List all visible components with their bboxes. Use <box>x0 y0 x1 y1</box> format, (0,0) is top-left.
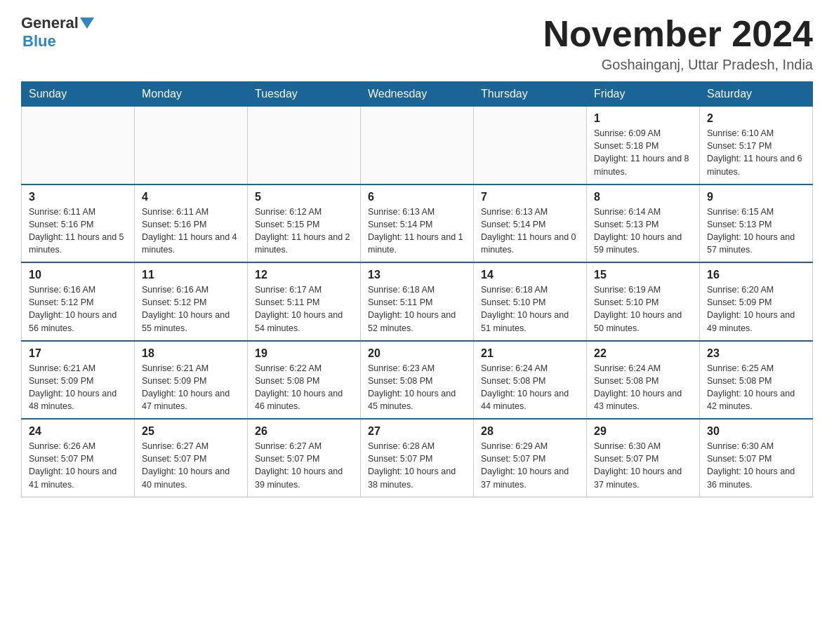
calendar-cell: 19Sunrise: 6:22 AMSunset: 5:08 PMDayligh… <box>248 341 361 420</box>
calendar-cell: 17Sunrise: 6:21 AMSunset: 5:09 PMDayligh… <box>22 341 135 420</box>
day-number: 10 <box>29 269 127 281</box>
calendar-week-row: 17Sunrise: 6:21 AMSunset: 5:09 PMDayligh… <box>22 341 813 420</box>
calendar-week-row: 10Sunrise: 6:16 AMSunset: 5:12 PMDayligh… <box>22 262 813 341</box>
day-number: 14 <box>481 269 579 281</box>
day-number: 4 <box>142 191 240 203</box>
day-info: Sunrise: 6:28 AMSunset: 5:07 PMDaylight:… <box>368 440 466 491</box>
day-number: 24 <box>29 425 127 438</box>
calendar-cell: 20Sunrise: 6:23 AMSunset: 5:08 PMDayligh… <box>361 341 474 420</box>
day-number: 8 <box>594 191 692 203</box>
day-info: Sunrise: 6:10 AMSunset: 5:17 PMDaylight:… <box>707 127 805 178</box>
day-info: Sunrise: 6:14 AMSunset: 5:13 PMDaylight:… <box>594 206 692 257</box>
day-info: Sunrise: 6:27 AMSunset: 5:07 PMDaylight:… <box>142 440 240 491</box>
calendar-table: SundayMondayTuesdayWednesdayThursdayFrid… <box>21 81 813 497</box>
calendar-cell: 11Sunrise: 6:16 AMSunset: 5:12 PMDayligh… <box>135 262 248 341</box>
weekday-header-saturday: Saturday <box>700 82 813 107</box>
day-number: 23 <box>707 347 805 360</box>
calendar-cell: 4Sunrise: 6:11 AMSunset: 5:16 PMDaylight… <box>135 185 248 263</box>
day-number: 19 <box>255 347 353 360</box>
day-info: Sunrise: 6:20 AMSunset: 5:09 PMDaylight:… <box>707 283 805 335</box>
day-info: Sunrise: 6:11 AMSunset: 5:16 PMDaylight:… <box>29 206 127 257</box>
day-number: 15 <box>594 269 692 281</box>
calendar-cell: 30Sunrise: 6:30 AMSunset: 5:07 PMDayligh… <box>700 419 813 497</box>
calendar-cell: 24Sunrise: 6:26 AMSunset: 5:07 PMDayligh… <box>22 419 135 497</box>
calendar-week-row: 24Sunrise: 6:26 AMSunset: 5:07 PMDayligh… <box>22 419 813 497</box>
calendar-cell: 22Sunrise: 6:24 AMSunset: 5:08 PMDayligh… <box>587 341 700 420</box>
calendar-cell <box>361 107 474 185</box>
calendar-header-row: SundayMondayTuesdayWednesdayThursdayFrid… <box>22 82 813 107</box>
day-info: Sunrise: 6:18 AMSunset: 5:10 PMDaylight:… <box>481 283 579 335</box>
day-number: 12 <box>255 269 353 281</box>
calendar-cell: 3Sunrise: 6:11 AMSunset: 5:16 PMDaylight… <box>22 185 135 263</box>
weekday-header-thursday: Thursday <box>474 82 587 107</box>
day-info: Sunrise: 6:25 AMSunset: 5:08 PMDaylight:… <box>707 362 805 413</box>
calendar-cell: 27Sunrise: 6:28 AMSunset: 5:07 PMDayligh… <box>361 419 474 497</box>
month-year-title: November 2024 <box>543 14 813 54</box>
calendar-cell: 13Sunrise: 6:18 AMSunset: 5:11 PMDayligh… <box>361 262 474 341</box>
calendar-cell: 1Sunrise: 6:09 AMSunset: 5:18 PMDaylight… <box>587 107 700 185</box>
day-number: 5 <box>255 191 353 203</box>
day-info: Sunrise: 6:24 AMSunset: 5:08 PMDaylight:… <box>481 362 579 413</box>
logo-general-text: General <box>21 14 79 32</box>
day-number: 21 <box>481 347 579 360</box>
day-info: Sunrise: 6:15 AMSunset: 5:13 PMDaylight:… <box>707 206 805 257</box>
day-number: 18 <box>142 347 240 360</box>
calendar-cell: 23Sunrise: 6:25 AMSunset: 5:08 PMDayligh… <box>700 341 813 420</box>
calendar-cell: 16Sunrise: 6:20 AMSunset: 5:09 PMDayligh… <box>700 262 813 341</box>
calendar-cell: 14Sunrise: 6:18 AMSunset: 5:10 PMDayligh… <box>474 262 587 341</box>
location-subtitle: Goshainganj, Uttar Pradesh, India <box>543 57 813 73</box>
calendar-cell: 18Sunrise: 6:21 AMSunset: 5:09 PMDayligh… <box>135 341 248 420</box>
day-number: 28 <box>481 425 579 438</box>
day-info: Sunrise: 6:13 AMSunset: 5:14 PMDaylight:… <box>481 206 579 257</box>
day-number: 13 <box>368 269 466 281</box>
weekday-header-wednesday: Wednesday <box>361 82 474 107</box>
day-number: 1 <box>594 112 692 125</box>
day-number: 26 <box>255 425 353 438</box>
calendar-cell: 5Sunrise: 6:12 AMSunset: 5:15 PMDaylight… <box>248 185 361 263</box>
day-info: Sunrise: 6:16 AMSunset: 5:12 PMDaylight:… <box>29 283 127 335</box>
calendar-week-row: 3Sunrise: 6:11 AMSunset: 5:16 PMDaylight… <box>22 185 813 263</box>
calendar-cell: 29Sunrise: 6:30 AMSunset: 5:07 PMDayligh… <box>587 419 700 497</box>
day-info: Sunrise: 6:27 AMSunset: 5:07 PMDaylight:… <box>255 440 353 491</box>
calendar-cell: 7Sunrise: 6:13 AMSunset: 5:14 PMDaylight… <box>474 185 587 263</box>
day-number: 20 <box>368 347 466 360</box>
day-number: 6 <box>368 191 466 203</box>
day-info: Sunrise: 6:24 AMSunset: 5:08 PMDaylight:… <box>594 362 692 413</box>
day-info: Sunrise: 6:17 AMSunset: 5:11 PMDaylight:… <box>255 283 353 335</box>
day-number: 9 <box>707 191 805 203</box>
day-number: 30 <box>707 425 805 438</box>
day-info: Sunrise: 6:12 AMSunset: 5:15 PMDaylight:… <box>255 206 353 257</box>
day-number: 2 <box>707 112 805 125</box>
day-number: 17 <box>29 347 127 360</box>
day-number: 27 <box>368 425 466 438</box>
day-info: Sunrise: 6:26 AMSunset: 5:07 PMDaylight:… <box>29 440 127 491</box>
calendar-cell: 15Sunrise: 6:19 AMSunset: 5:10 PMDayligh… <box>587 262 700 341</box>
weekday-header-monday: Monday <box>135 82 248 107</box>
day-info: Sunrise: 6:19 AMSunset: 5:10 PMDaylight:… <box>594 283 692 335</box>
calendar-cell <box>248 107 361 185</box>
day-info: Sunrise: 6:21 AMSunset: 5:09 PMDaylight:… <box>29 362 127 413</box>
calendar-cell <box>22 107 135 185</box>
weekday-header-sunday: Sunday <box>22 82 135 107</box>
logo-triangle-icon <box>80 18 94 29</box>
calendar-cell <box>135 107 248 185</box>
day-info: Sunrise: 6:09 AMSunset: 5:18 PMDaylight:… <box>594 127 692 178</box>
day-number: 25 <box>142 425 240 438</box>
day-info: Sunrise: 6:21 AMSunset: 5:09 PMDaylight:… <box>142 362 240 413</box>
day-info: Sunrise: 6:13 AMSunset: 5:14 PMDaylight:… <box>368 206 466 257</box>
day-number: 11 <box>142 269 240 281</box>
calendar-cell: 10Sunrise: 6:16 AMSunset: 5:12 PMDayligh… <box>22 262 135 341</box>
title-block: November 2024 Goshainganj, Uttar Pradesh… <box>543 14 813 73</box>
logo-blue-text: Blue <box>21 32 56 51</box>
day-number: 16 <box>707 269 805 281</box>
calendar-cell: 26Sunrise: 6:27 AMSunset: 5:07 PMDayligh… <box>248 419 361 497</box>
page-header: General Blue November 2024 Goshainganj, … <box>21 14 813 73</box>
day-info: Sunrise: 6:11 AMSunset: 5:16 PMDaylight:… <box>142 206 240 257</box>
logo: General Blue <box>21 14 95 51</box>
calendar-cell: 2Sunrise: 6:10 AMSunset: 5:17 PMDaylight… <box>700 107 813 185</box>
calendar-cell <box>474 107 587 185</box>
day-info: Sunrise: 6:16 AMSunset: 5:12 PMDaylight:… <box>142 283 240 335</box>
day-info: Sunrise: 6:22 AMSunset: 5:08 PMDaylight:… <box>255 362 353 413</box>
weekday-header-friday: Friday <box>587 82 700 107</box>
day-number: 3 <box>29 191 127 203</box>
